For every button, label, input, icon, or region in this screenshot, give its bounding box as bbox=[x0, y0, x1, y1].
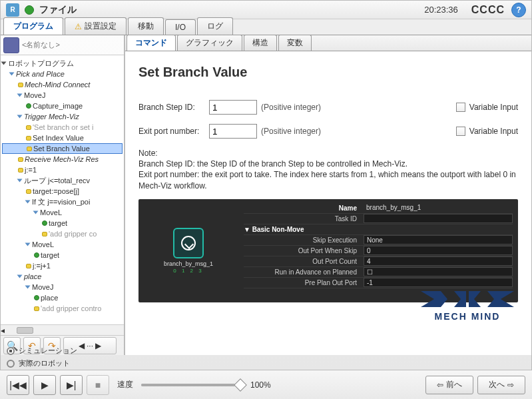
tree-item[interactable]: Pick and Place bbox=[2, 69, 123, 79]
status-circle bbox=[25, 5, 34, 15]
exit-varinput-label: Variable Input bbox=[469, 127, 518, 136]
page-title: Set Branch Value bbox=[138, 65, 518, 80]
note-header: Note: bbox=[138, 148, 518, 159]
tree-item[interactable]: MoveJ bbox=[2, 90, 123, 101]
branch-step-input[interactable] bbox=[209, 100, 257, 115]
tree-item[interactable]: Trigger Mech-Viz bbox=[2, 111, 123, 122]
tab-variables[interactable]: 変数 bbox=[278, 35, 312, 51]
rewind-button[interactable]: |◀◀ bbox=[7, 375, 29, 395]
real-label: 実際のロボット bbox=[19, 358, 70, 368]
warn-icon: ⚠ bbox=[75, 22, 82, 31]
branch-step-label: Branch Step ID: bbox=[138, 103, 205, 112]
tree-item[interactable]: Capture_image bbox=[2, 101, 123, 111]
branch-varinput-checkbox[interactable] bbox=[456, 103, 465, 112]
tree-hscroll[interactable]: ◂ bbox=[1, 324, 124, 335]
exit-hint: (Positive integer) bbox=[261, 127, 452, 136]
node-ports: 0 1 2 3 bbox=[173, 268, 203, 274]
file-menu[interactable]: ファイル bbox=[39, 4, 77, 16]
tab-installation[interactable]: ⚠設置設定 bbox=[65, 17, 127, 35]
speed-label: 速度 bbox=[117, 379, 133, 390]
main-tabs: プログラム ⚠設置設定 移動 I/O ログ bbox=[1, 19, 531, 35]
speed-slider[interactable] bbox=[141, 384, 241, 386]
tab-structure[interactable]: 構造 bbox=[244, 35, 277, 51]
next-button[interactable]: 次へ ⇨ bbox=[477, 376, 525, 394]
tree-item[interactable]: target:=pose[j] bbox=[2, 186, 123, 197]
help-button[interactable]: ? bbox=[511, 3, 526, 17]
tab-graphic[interactable]: グラフィック bbox=[177, 35, 242, 51]
tab-command[interactable]: コマンド bbox=[127, 35, 176, 51]
prev-button[interactable]: ⇦ 前へ bbox=[425, 376, 473, 394]
tab-program[interactable]: プログラム bbox=[3, 17, 63, 35]
tree-item[interactable]: Set Index Value bbox=[2, 133, 123, 143]
stop-button[interactable]: ■ bbox=[87, 375, 109, 395]
mechviz-preview: branch_by_msg_1 0 1 2 3 Namebranch_by_ms… bbox=[138, 199, 518, 302]
tree-item[interactable]: j:=j+1 bbox=[2, 260, 123, 271]
program-tree[interactable]: ロボットプログラムPick and PlaceMech-Mind Connect… bbox=[1, 55, 124, 324]
step-button[interactable]: ▶| bbox=[60, 375, 83, 395]
save-icon[interactable] bbox=[3, 37, 19, 53]
tree-item[interactable]: place bbox=[2, 271, 123, 282]
sim-radio[interactable] bbox=[7, 347, 15, 355]
exit-varinput-checkbox[interactable] bbox=[456, 127, 465, 136]
tree-item[interactable]: Receive Mech-Viz Res bbox=[2, 154, 123, 165]
filename-label: <名前なし> bbox=[22, 40, 60, 50]
speed-pct: 100% bbox=[250, 380, 271, 390]
tree-item[interactable]: MoveL bbox=[2, 207, 123, 218]
tree-item[interactable]: ループ j<=total_recv bbox=[2, 175, 123, 186]
sim-label: シミュレーション bbox=[19, 346, 77, 356]
tree-item[interactable]: target bbox=[2, 250, 123, 260]
play-button[interactable]: ▶ bbox=[33, 375, 56, 395]
tree-item[interactable]: 'add gripper co bbox=[2, 228, 123, 239]
tree-item[interactable]: Set Branch Value bbox=[2, 143, 123, 154]
tree-item[interactable]: Mech-Mind Connect bbox=[2, 79, 123, 90]
cccc-label: CCCC bbox=[471, 4, 505, 16]
branch-hint: (Positive integer) bbox=[261, 103, 452, 112]
branch-node-icon bbox=[173, 228, 204, 258]
exit-port-label: Exit port number: bbox=[138, 127, 205, 136]
mechmind-logo: MECH MIND bbox=[414, 290, 521, 322]
tree-item[interactable]: j:=1 bbox=[2, 165, 123, 175]
tree-item[interactable]: 'add gripper contro bbox=[2, 303, 123, 314]
note-line1: Branch Step ID: the Step ID of the branc… bbox=[138, 159, 518, 169]
real-radio[interactable] bbox=[7, 360, 15, 368]
exit-port-input[interactable] bbox=[209, 124, 257, 139]
tab-io[interactable]: I/O bbox=[165, 19, 196, 35]
ur-logo: R bbox=[6, 3, 19, 17]
branch-varinput-label: Variable Input bbox=[469, 103, 518, 112]
clock: 20:23:36 bbox=[424, 5, 458, 15]
tab-log[interactable]: ログ bbox=[197, 17, 233, 35]
tree-item[interactable]: 'Set branch or set i bbox=[2, 122, 123, 133]
tree-item[interactable]: MoveL bbox=[2, 239, 123, 250]
note-line2: Exit port number: the exit port to take.… bbox=[138, 169, 518, 191]
node-label: branch_by_msg_1 bbox=[164, 260, 213, 267]
tree-item[interactable]: ロボットプログラム bbox=[2, 58, 123, 69]
tree-item[interactable]: If 文 j==vision_poi bbox=[2, 197, 123, 207]
tab-move[interactable]: 移動 bbox=[128, 17, 164, 35]
tree-item[interactable]: target bbox=[2, 218, 123, 228]
tree-item[interactable]: place bbox=[2, 292, 123, 303]
tree-item[interactable]: MoveJ bbox=[2, 282, 123, 292]
